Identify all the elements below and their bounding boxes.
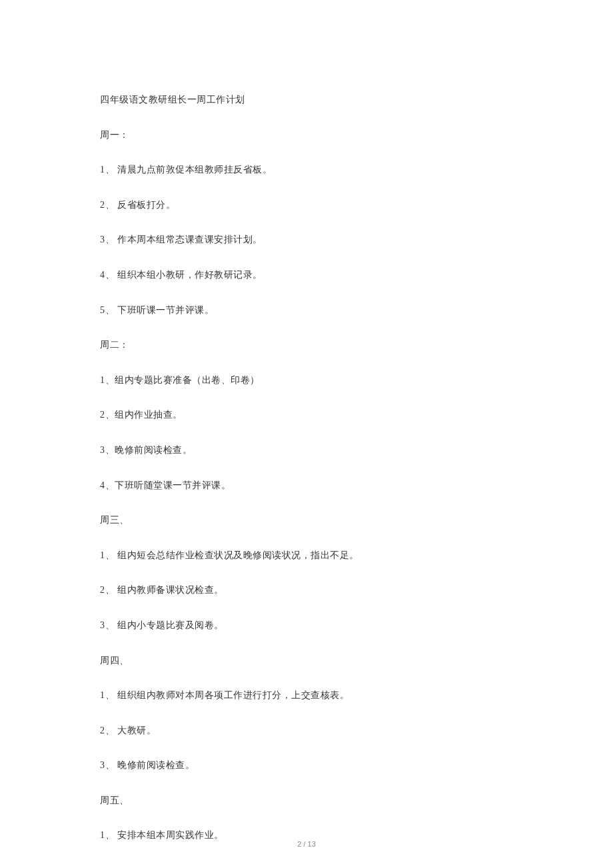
list-item: 3、 组内小专题比赛及阅卷。 — [100, 619, 513, 632]
list-item: 1、 组内短会总结作业检查状况及晚修阅读状况，指出不足。 — [100, 549, 513, 562]
page-total: 13 — [308, 840, 316, 848]
section-heading: 周三、 — [100, 514, 513, 527]
section-heading: 周五、 — [100, 794, 513, 807]
list-item: 3、晚修前阅读检查。 — [100, 444, 513, 457]
section-heading: 周二： — [100, 338, 513, 352]
document-title: 四年级语文教研组长一周工作计划 — [100, 93, 513, 107]
section-heading: 周一： — [100, 129, 513, 142]
list-item: 2、 反省板打分。 — [100, 199, 513, 212]
list-item: 5、 下班听课一节并评课。 — [100, 304, 513, 317]
section-heading: 周四、 — [100, 654, 513, 667]
page-footer: 2 / 13 — [0, 840, 613, 848]
list-item: 1、组内专题比赛准备（出卷、印卷） — [100, 374, 513, 387]
list-item: 3、 晚修前阅读检查。 — [100, 759, 513, 772]
list-item: 4、 组织本组小教研，作好教研记录。 — [100, 268, 513, 282]
list-item: 2、 组内教师备课状况检查。 — [100, 584, 513, 597]
list-item: 2、组内作业抽查。 — [100, 408, 513, 422]
list-item: 1、 清晨九点前敦促本组教师挂反省板。 — [100, 163, 513, 177]
list-item: 3、 作本周本组常态课查课安排计划。 — [100, 233, 513, 246]
list-item: 2、 大教研。 — [100, 724, 513, 737]
list-item: 4、下班听随堂课一节并评课。 — [100, 479, 513, 492]
page-separator: / — [301, 840, 307, 848]
document-body: 四年级语文教研组长一周工作计划 周一： 1、 清晨九点前敦促本组教师挂反省板。 … — [0, 0, 613, 842]
list-item: 1、 组织组内教师对本周各项工作进行打分，上交查核表。 — [100, 689, 513, 702]
